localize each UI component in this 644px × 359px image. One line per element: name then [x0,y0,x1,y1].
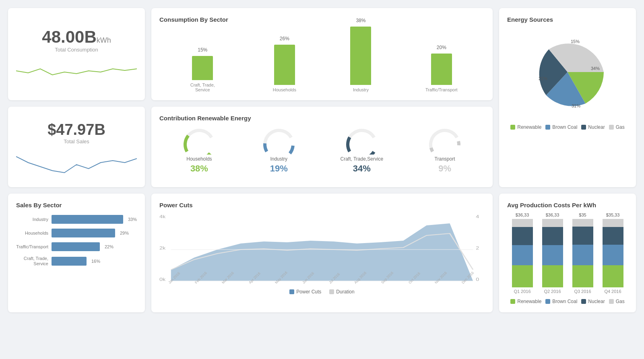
horiz-bar-households-fill [52,229,115,237]
total-sales-label: Total Sales [64,138,89,144]
legend-power-cuts: Power Cuts [289,289,321,295]
contribution-title: Contribution Renewable Energy [159,115,485,122]
consumption-sparkline [16,57,137,81]
total-consumption-card: 48.00BkWh Total Consumption [8,8,145,100]
total-sales-card: $47.97B Total Sales [8,107,145,187]
gauge-craft: Craft, Trade,Service 34% [341,126,384,174]
gauges-row: Households 38% Industry 19% Craft, Trade… [159,126,485,174]
stacked-bars-container: $36,33 Q1 2016 $36,33 Q2 2016 [507,213,628,294]
q3-bar [572,219,593,287]
horiz-bar-craft-fill [52,257,87,266]
legend-duration: Duration [329,289,354,295]
q2-renewable [542,265,563,287]
svg-text:0: 0 [476,277,479,282]
svg-text:0k: 0k [159,277,166,282]
bar-households: 26% Households [273,36,296,92]
legend-avg-renewable: Renewable [510,299,541,304]
sales-sparkline [16,149,137,173]
legend-renewable: Renewable [510,124,541,130]
consumption-by-sector-card: Consumption By Sector 15% Craft, Trade, … [151,8,493,100]
power-cuts-title: Power Cuts [159,202,485,208]
q1-renewable [512,265,533,287]
q2-bar-group: $36,33 Q2 2016 [542,213,563,294]
q2-nuclear [542,227,563,245]
gauge-industry: Industry 19% [261,126,297,174]
q4-browncoal [603,245,623,265]
dashboard: 48.00BkWh Total Consumption Consumption … [8,8,636,312]
horiz-bar-craft: Craft, Trade, Service 16% [16,256,137,266]
consumption-bar-chart: 15% Craft, Trade, Service 26% Households… [159,28,485,92]
gauge-transport: Transport 9% [427,126,463,174]
energy-pie-container: 34% 31% 21% 15% [507,28,628,116]
contribution-renewable-card: Contribution Renewable Energy Households… [151,107,493,187]
total-sales-value: $47.97B [47,121,105,138]
duration-dot [329,289,334,294]
power-cuts-chart: 4k 2k 0k 4 2 0 Jan 2016 Feb 2016 Mar 201… [159,213,485,286]
legend-gas: Gas [609,124,625,130]
nuclear-dot [581,125,586,130]
q1-bar [512,219,533,287]
q3-bar-group: $35 Q3 2016 [572,213,593,294]
horiz-bar-industry: Industry 33% [16,215,137,224]
bar-traffic: 20% Traffic/Transport [425,45,458,92]
q4-bar [603,219,623,287]
horiz-bar-industry-fill [52,215,123,224]
q3-nuclear [572,227,593,245]
legend-avg-nuclear: Nuclear [581,299,605,304]
sales-sector-title: Sales By Sector [16,202,137,208]
q4-gas [603,219,623,227]
q2-bar [542,219,563,287]
horiz-bar-traffic-fill [52,242,100,251]
legend-avg-gas: Gas [609,299,625,304]
consumption-unit: kWh [97,36,111,44]
q3-gas [572,219,593,227]
q1-nuclear [512,227,533,245]
q4-bar-group: $35,33 Q4 2016 [603,213,623,294]
gauge-households: Households 38% [181,126,217,174]
horiz-bar-households: Households 29% [16,229,137,237]
consumption-label: Total Consumption [42,47,111,53]
q1-browncoal [512,245,533,265]
q3-renewable [572,265,593,287]
consumption-number: 48.00B [42,27,96,46]
svg-text:2: 2 [476,246,479,250]
bar-craft-fill [192,56,213,80]
svg-text:34%: 34% [591,66,600,71]
bar-households-fill [274,45,295,85]
power-cuts-card: Power Cuts 4k 2k 0k 4 2 0 Jan [151,194,493,312]
horiz-bar-chart: Industry 33% Households 29% Traffic/Tran… [16,215,137,266]
renewable-dot [510,125,515,130]
q1-bar-group: $36,33 Q1 2016 [512,213,533,294]
q2-gas [542,219,563,227]
svg-text:2k: 2k [159,246,166,250]
q4-renewable [603,265,623,287]
avg-production-card: Avg Production Costs Per kWh $36,33 Q1 2… [499,194,636,312]
sales-by-sector-card: Sales By Sector Industry 33% Households … [8,194,145,312]
q4-nuclear [603,227,623,245]
total-consumption-value: 48.00BkWh [42,27,111,47]
bar-craft: 15% Craft, Trade, Service [186,47,219,92]
legend-browncoal: Brown Coal [545,124,577,130]
power-cuts-dot [289,289,294,294]
browncoal-dot [545,125,550,130]
legend-avg-browncoal: Brown Coal [545,299,577,304]
consumption-sector-title: Consumption By Sector [159,16,485,23]
avg-production-legend: Renewable Brown Coal Nuclear Gas [507,299,628,304]
energy-sources-title: Energy Sources [507,16,628,23]
horiz-bar-traffic: Traffic/Transport 22% [16,242,137,251]
energy-sources-card: Energy Sources 34% 31% 21% 15% [499,8,636,187]
q1-gas [512,219,533,227]
q2-browncoal [542,245,563,265]
avg-production-title: Avg Production Costs Per kWh [507,202,628,208]
svg-text:4k: 4k [159,215,166,219]
power-cuts-legend: Power Cuts Duration [159,289,485,295]
svg-marker-18 [171,223,473,281]
energy-legend: Renewable Brown Coal Nuclear Gas [507,124,628,130]
svg-text:15%: 15% [571,39,580,44]
legend-nuclear: Nuclear [581,124,605,130]
bar-industry-fill [350,27,371,85]
q3-browncoal [572,245,593,265]
bar-traffic-fill [431,54,452,85]
svg-text:21%: 21% [539,76,547,81]
bar-industry: 38% Industry [350,18,371,92]
